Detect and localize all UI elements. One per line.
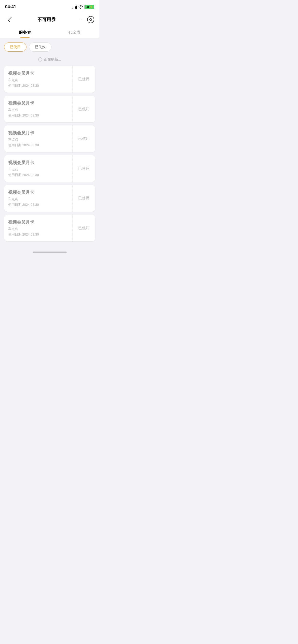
coupon-info: 视频会员月卡 车点点 使用日期:2024.03.30 bbox=[4, 125, 72, 152]
status-time: 04:41 bbox=[5, 4, 16, 9]
back-button[interactable] bbox=[5, 15, 14, 24]
tab-bar: 服务券 代金券 bbox=[0, 27, 99, 38]
coupon-card[interactable]: 视频会员月卡 车点点 使用日期:2024.03.30 已使用 bbox=[4, 155, 95, 182]
coupon-name: 视频会员月卡 bbox=[8, 100, 68, 106]
battery-indicator: 58 ⚡ bbox=[85, 5, 94, 9]
coupon-card[interactable]: 视频会员月卡 车点点 使用日期:2024.03.30 已使用 bbox=[4, 96, 95, 122]
refresh-spinner-icon bbox=[38, 57, 42, 62]
coupon-status-badge: 已使用 bbox=[72, 155, 95, 182]
scan-icon bbox=[89, 18, 92, 21]
wifi-icon bbox=[78, 5, 83, 9]
filter-bar: 已使用 已失效 bbox=[0, 38, 99, 55]
coupon-name: 视频会员月卡 bbox=[8, 130, 68, 136]
refresh-row: 正在刷新... bbox=[0, 55, 99, 66]
signal-icon bbox=[72, 5, 77, 9]
home-indicator bbox=[0, 249, 99, 255]
tab-service[interactable]: 服务券 bbox=[0, 27, 50, 38]
coupon-merchant: 车点点 bbox=[8, 197, 68, 201]
coupon-name: 视频会员月卡 bbox=[8, 160, 68, 166]
home-bar bbox=[33, 252, 67, 253]
coupon-status-badge: 已使用 bbox=[72, 96, 95, 122]
coupon-merchant: 车点点 bbox=[8, 227, 68, 231]
coupon-card[interactable]: 视频会员月卡 车点点 使用日期:2024.03.30 已使用 bbox=[4, 185, 95, 212]
coupon-date: 使用日期:2024.03.30 bbox=[8, 143, 68, 148]
coupon-card[interactable]: 视频会员月卡 车点点 使用日期:2024.03.30 已使用 bbox=[4, 215, 95, 241]
coupon-info: 视频会员月卡 车点点 使用日期:2024.03.30 bbox=[4, 96, 72, 122]
coupon-name: 视频会员月卡 bbox=[8, 189, 68, 195]
coupon-date: 使用日期:2024.03.30 bbox=[8, 113, 68, 118]
coupon-merchant: 车点点 bbox=[8, 167, 68, 172]
scan-button[interactable] bbox=[87, 16, 94, 23]
filter-expired-button[interactable]: 已失效 bbox=[29, 42, 51, 52]
coupon-date: 使用日期:2024.03.30 bbox=[8, 173, 68, 177]
coupon-merchant: 车点点 bbox=[8, 108, 68, 112]
coupon-info: 视频会员月卡 车点点 使用日期:2024.03.30 bbox=[4, 155, 72, 182]
coupon-date: 使用日期:2024.03.30 bbox=[8, 83, 68, 88]
status-icons: 58 ⚡ bbox=[72, 5, 94, 9]
coupon-date: 使用日期:2024.03.30 bbox=[8, 202, 68, 207]
coupon-status-badge: 已使用 bbox=[72, 185, 95, 212]
coupon-merchant: 车点点 bbox=[8, 78, 68, 82]
filter-used-button[interactable]: 已使用 bbox=[4, 42, 26, 52]
battery-bolt-icon: ⚡ bbox=[89, 5, 93, 9]
coupon-info: 视频会员月卡 车点点 使用日期:2024.03.30 bbox=[4, 185, 72, 212]
coupon-card[interactable]: 视频会员月卡 车点点 使用日期:2024.03.30 已使用 bbox=[4, 125, 95, 152]
tab-active-indicator bbox=[20, 37, 30, 38]
coupon-status-badge: 已使用 bbox=[72, 215, 95, 241]
coupon-date: 使用日期:2024.03.30 bbox=[8, 232, 68, 237]
more-button[interactable]: ··· bbox=[79, 17, 84, 23]
coupon-info: 视频会员月卡 车点点 使用日期:2024.03.30 bbox=[4, 66, 72, 93]
status-bar: 04:41 58 ⚡ bbox=[0, 0, 99, 13]
coupon-status-badge: 已使用 bbox=[72, 66, 95, 93]
coupon-merchant: 车点点 bbox=[8, 137, 68, 142]
nav-bar: 不可用券 ··· bbox=[0, 13, 99, 27]
coupon-list: 视频会员月卡 车点点 使用日期:2024.03.30 已使用 视频会员月卡 车点… bbox=[0, 66, 99, 249]
coupon-info: 视频会员月卡 车点点 使用日期:2024.03.30 bbox=[4, 215, 72, 241]
coupon-status-badge: 已使用 bbox=[72, 125, 95, 152]
coupon-name: 视频会员月卡 bbox=[8, 219, 68, 225]
coupon-card[interactable]: 视频会员月卡 车点点 使用日期:2024.03.30 已使用 bbox=[4, 66, 95, 93]
page-title: 不可用券 bbox=[14, 17, 79, 23]
refresh-text: 正在刷新... bbox=[44, 57, 61, 62]
back-arrow-icon bbox=[8, 17, 13, 22]
tab-cash[interactable]: 代金券 bbox=[50, 27, 99, 38]
coupon-name: 视频会员月卡 bbox=[8, 70, 68, 76]
nav-actions: ··· bbox=[79, 16, 94, 23]
